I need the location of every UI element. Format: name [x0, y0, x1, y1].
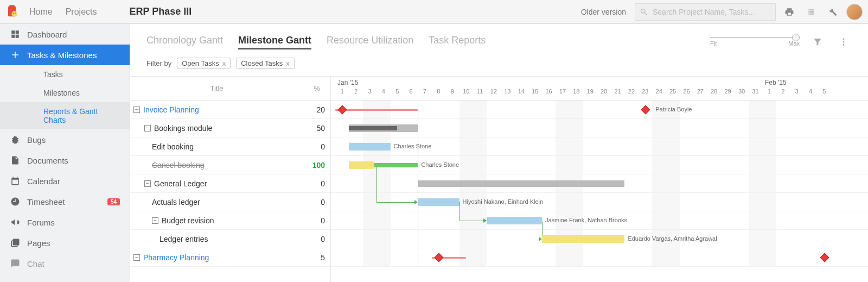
svg-rect-6	[16, 30, 19, 34]
sidebar-item-chat[interactable]: Chat	[0, 253, 130, 274]
collapse-toggle[interactable]: −	[144, 125, 151, 131]
gantt-bar[interactable]	[349, 161, 374, 169]
tab-resource[interactable]: Resource Utilization	[327, 35, 413, 49]
more-icon[interactable]	[835, 34, 852, 50]
older-version-link[interactable]: Older version	[581, 8, 626, 16]
collapse-toggle[interactable]: −	[144, 180, 151, 187]
project-title: ERP Phase III	[129, 6, 192, 17]
svg-point-3	[13, 12, 14, 14]
task-title: Budget revision	[162, 216, 214, 225]
sidebar-item-bugs[interactable]: Bugs	[0, 129, 130, 150]
gantt-bar[interactable]	[335, 109, 418, 111]
search-box[interactable]	[635, 3, 776, 21]
gantt-bar[interactable]	[418, 198, 459, 206]
print-icon[interactable]	[781, 4, 797, 20]
timeline-header: Jan '15 Feb '15 123456789101112131415161…	[331, 77, 868, 101]
day-cell: 13	[501, 88, 514, 99]
sidebar-item-documents[interactable]: Documents	[0, 150, 130, 171]
svg-point-4	[15, 12, 16, 14]
col-title: Title	[130, 84, 303, 92]
svg-rect-7	[11, 35, 15, 38]
sidebar-item-calendar[interactable]: Calendar	[0, 171, 130, 191]
day-cell: 29	[721, 88, 735, 99]
sidebar-sub-reports[interactable]: Reports & Gantt Charts	[0, 102, 130, 129]
day-cell: 6	[404, 88, 418, 99]
task-row[interactable]: −Budget revision0	[130, 211, 330, 230]
gantt-bar[interactable]	[349, 143, 390, 151]
calendar-icon	[10, 176, 21, 186]
tab-milestone[interactable]: Milestone Gantt	[238, 35, 311, 49]
nav-projects[interactable]: Projects	[66, 7, 97, 17]
sidebar-item-forums[interactable]: Forums	[0, 212, 130, 233]
month-label: Jan '15	[337, 79, 358, 86]
sidebar-item-pages[interactable]: Pages	[0, 233, 130, 253]
chip-open-tasks[interactable]: Open Tasksx	[177, 58, 231, 69]
milestone-diamond[interactable]	[434, 253, 443, 262]
milestone-diamond[interactable]	[641, 105, 650, 115]
task-row[interactable]: Ledger entries0	[130, 230, 330, 248]
zoom-max-label: Max	[788, 40, 800, 47]
day-cell: 5	[391, 88, 404, 99]
chip-close-icon[interactable]: x	[222, 59, 226, 67]
svg-point-11	[843, 44, 845, 46]
zoom-fit-label: Fit	[710, 40, 717, 47]
chip-close-icon[interactable]: x	[286, 59, 290, 67]
filter-icon[interactable]	[809, 34, 826, 50]
app-logo[interactable]	[0, 4, 24, 20]
sidebar-sub-milestones[interactable]: Milestones	[0, 84, 130, 102]
task-row[interactable]: Actuals ledger0	[130, 193, 330, 211]
gantt-bar[interactable]	[542, 235, 624, 243]
list-icon[interactable]	[803, 4, 819, 20]
milestone-diamond[interactable]	[337, 105, 347, 115]
task-row[interactable]: Cancel booking100	[130, 156, 330, 174]
tab-chronology[interactable]: Chronology Gantt	[146, 35, 223, 49]
chip-closed-tasks[interactable]: Closed Tasksx	[236, 58, 295, 69]
day-cell: 16	[542, 88, 556, 99]
sidebar-item-timesheet[interactable]: Timesheet 54	[0, 191, 130, 212]
nav-home[interactable]: Home	[29, 7, 53, 17]
gantt-chart[interactable]: Jan '15 Feb '15 123456789101112131415161…	[331, 77, 868, 282]
svg-point-2	[11, 11, 17, 17]
sidebar-sub-tasks[interactable]: Tasks	[0, 65, 130, 84]
milestone-diamond[interactable]	[820, 253, 829, 262]
assignee-label: Jasmine Frank, Nathan Brooks	[545, 217, 627, 223]
task-row[interactable]: Edit booking0	[130, 137, 330, 156]
collapse-toggle[interactable]: −	[152, 217, 158, 224]
gantt-bar[interactable]	[349, 126, 397, 130]
sidebar-item-dashboard[interactable]: Dashboard	[0, 24, 130, 45]
gantt-task-list: Title % −Invoice Planning20−Bookings mod…	[130, 77, 331, 282]
plus-icon	[10, 50, 21, 60]
sidebar-item-tasks-milestones[interactable]: Tasks & Milestones	[0, 45, 130, 65]
zoom-slider[interactable]: FitMax	[710, 37, 800, 47]
dependency-line	[459, 221, 485, 221]
chip-label: Open Tasks	[182, 59, 219, 67]
topbar: Home Projects ERP Phase III Older versio…	[0, 0, 868, 24]
chart-body: Patricia BoyleCharles StoneCharles Stone…	[331, 101, 868, 267]
task-title: Bookings module	[154, 124, 212, 133]
dependency-line	[376, 202, 416, 203]
tab-task-reports[interactable]: Task Reports	[429, 35, 486, 49]
sidebar: Dashboard Tasks & Milestones Tasks Miles…	[0, 24, 130, 282]
assignee-label: Eduardo Vargas, Amritha Agrawal	[628, 235, 717, 242]
zoom-handle[interactable]	[792, 34, 800, 41]
dashboard-icon	[10, 29, 21, 39]
day-cell: 21	[611, 88, 624, 99]
day-cell: 22	[624, 88, 638, 99]
settings-wrench-icon[interactable]	[825, 4, 841, 20]
day-cell: 8	[432, 88, 445, 99]
filter-by-label: Filter by	[146, 59, 171, 67]
task-row[interactable]: −Pharmacy Planning5	[130, 248, 330, 267]
task-row[interactable]: −General Ledger0	[130, 174, 330, 193]
search-input[interactable]	[653, 8, 771, 16]
day-cell: 17	[556, 88, 569, 99]
task-row[interactable]: −Bookings module50	[130, 119, 330, 137]
chart-row: Jasmine Frank, Nathan Brooks	[331, 211, 868, 230]
gantt-bar[interactable]	[418, 180, 624, 187]
gantt-bar[interactable]	[487, 217, 542, 224]
task-row[interactable]: −Invoice Planning20	[130, 101, 330, 119]
day-cell: 10	[459, 88, 473, 99]
collapse-toggle[interactable]: −	[133, 254, 140, 261]
collapse-toggle[interactable]: −	[133, 106, 140, 113]
sidebar-label: Timesheet	[27, 197, 65, 206]
avatar[interactable]	[846, 4, 863, 20]
